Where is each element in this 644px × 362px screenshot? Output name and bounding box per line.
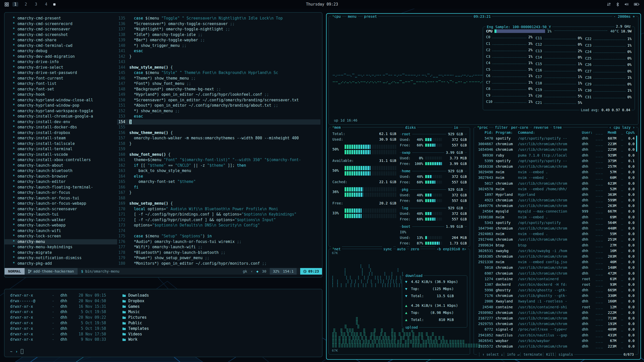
io-toggle[interactable]: io <box>453 125 459 130</box>
process-action-button[interactable]: ↑ select ↓ <box>478 352 503 357</box>
process-row[interactable]: 2935572chromium/usr/lib/chromium/chromdh… <box>474 344 638 349</box>
file-tree-item[interactable]: *omarchy-launch-wifi <box>5 228 117 234</box>
code-line[interactable]: 164 else <box>117 174 320 179</box>
process-row[interactable]: 1654946chromium/usr/lib/chromium/chromdh… <box>474 147 638 152</box>
code-line[interactable]: 142} <box>117 54 320 60</box>
code-line[interactable]: 135 case $(menu "Toggle" " Screensaver\n… <box>117 16 320 21</box>
file-tree-item[interactable]: *omarchy-install-xbox-controllers <box>5 157 117 163</box>
file-tree-item[interactable]: *omarchy-launch-walker <box>5 217 117 223</box>
process-row[interactable]: 3029490nvimnvim --embed .dhh⣀⣀⣀57M⣀0.0 <box>474 169 638 175</box>
update-interval-control[interactable]: - 2000ms + <box>612 14 636 19</box>
file-tree-item[interactable]: *omarchy-menu <box>5 239 117 245</box>
workspace-button[interactable]: 4 <box>44 2 49 7</box>
code-line[interactable]: 176 *Audio*) omarchy-launch-or-focus-tui… <box>117 239 320 245</box>
process-row[interactable]: 3026531swaybg/usr/bin/swaybg -i /homdhh⣀… <box>474 248 638 254</box>
file-tree-item[interactable]: *omarchy-install-steam <box>5 136 117 141</box>
code-line[interactable]: 137 *Nightlight*) omarchy-toggle-nightli… <box>117 27 320 32</box>
bluetooth-icon[interactable] <box>616 2 619 7</box>
file-tree-item[interactable]: *omarchy-drive-info <box>5 59 117 65</box>
file-tree-item[interactable]: *omarchy-install-dropbox <box>5 130 117 136</box>
code-line[interactable]: 165 omarchy-font-set "$theme" <box>117 179 320 185</box>
file-tree-item[interactable]: *omarchy-launch-editor <box>5 179 117 185</box>
file-tree-item[interactable]: *omarchy-cmd-screensaver <box>5 27 117 32</box>
code-line[interactable]: 143 <box>117 59 320 65</box>
process-row[interactable]: 5018chromium/usr/lib/chromium/chromdhh⣀⣀… <box>474 265 638 270</box>
code-line[interactable]: 160show_font_menu() { <box>117 152 320 158</box>
process-row[interactable]: 1307dockerd/usr/bin/dockerd -H fd:root⣀⣀… <box>474 282 638 287</box>
code-line[interactable]: 145 case $(menu "Style" " Theme\n Font\n… <box>117 70 320 76</box>
process-row[interactable]: 6907chromium/usr/lib/chromium/chromdhh⣀⣀… <box>474 271 638 276</box>
workspace-button[interactable]: 1 <box>12 2 18 7</box>
code-line[interactable]: 178 *Bluetooth*) omarchy-launch-bluetoot… <box>117 250 320 256</box>
file-tree-item[interactable]: *omarchy-migrate <box>5 250 117 256</box>
file-tree-item[interactable]: *omarchy-hyprland-window-close-all <box>5 98 117 103</box>
code-line[interactable]: 174 <box>117 228 320 234</box>
file-tree-item[interactable]: *omarchy-launch-about <box>5 163 117 168</box>
process-action-button[interactable]: Kill <box>542 352 554 357</box>
tab-mem[interactable]: ²mem <box>331 125 342 130</box>
process-row[interactable]: 5998ghostty/usr/bin/ghostty --gtk-dhh⣀⣀⣀… <box>474 287 638 293</box>
shell-prompt[interactable]: ~ › <box>10 349 23 354</box>
process-row[interactable]: 2930982chromium/usr/lib/chromium/chromdh… <box>474 310 638 315</box>
code-line[interactable]: 180 *Monitors*) open_in_editor ~/.config… <box>117 261 320 266</box>
code-line[interactable]: 138 *Idle*) omarchy-toggle-idle ;; <box>117 32 320 38</box>
file-tree-item[interactable]: *omarchy-font-list <box>5 81 117 87</box>
tab-net[interactable]: ³net <box>331 246 342 252</box>
code-line[interactable]: 157 omarchy-launch-walker -m menus:omarc… <box>117 136 320 141</box>
code-line[interactable]: 152 *) show_main_menu ;; <box>117 108 320 114</box>
code-line[interactable]: 149 *Hyprland*) open_in_editor ~/.config… <box>117 92 320 98</box>
file-tree-item[interactable]: *omarchy-font-set <box>5 87 117 92</box>
filter-button[interactable]: filter <box>494 125 509 130</box>
process-row[interactable]: 5470spotify/opt/spotify/spotify --dhh⣀⣀⣀… <box>474 136 638 141</box>
preset-button[interactable]: preset <box>363 14 378 19</box>
file-tree-item[interactable]: *omarchy-install-vscode <box>5 152 117 158</box>
process-action-button[interactable]: info ↵ <box>503 352 520 357</box>
process-row[interactable]: 1647940chromium/usr/lib/chromium/chromdh… <box>474 225 638 231</box>
process-row[interactable]: 3026541waybar/usr/bin/waybardhh⣀⣀⣀67M⣀0.… <box>474 338 638 344</box>
code-line[interactable]: 151 *About*) open_in_editor ~/.config/om… <box>117 103 320 108</box>
process-row[interactable]: 98930rubypuma 7.1.0 (tcp://localdhh⣀⣀⣀92… <box>474 153 638 158</box>
process-row[interactable]: 6772signal-d/proc/self/exe --type=rdhh⣀⣀… <box>474 327 638 332</box>
code-line[interactable]: 171 [ -f ~/.config/hypr/bindings.conf ] … <box>117 212 320 217</box>
code-line[interactable]: 136 *Screensaver*) omarchy-toggle-screen… <box>117 21 320 27</box>
file-tree-item[interactable]: *omarchy-pkg-add <box>5 261 117 266</box>
file-tree-item[interactable]: *omarchy-cmd-screenshot <box>5 32 117 38</box>
file-tree-item[interactable]: *omarchy-cmd-present <box>5 16 117 21</box>
process-row[interactable]: 5343spotify/opt/spotify/spotifydhh⣀⣀⣀564… <box>474 220 638 225</box>
file-tree-item[interactable]: *omarchy-install-chromium-google-a <box>5 114 117 119</box>
process-row[interactable]: 2917448chromium/usr/lib/chromium/chromdh… <box>474 237 638 242</box>
code-line[interactable]: 163 back_to show_style_menu <box>117 168 320 174</box>
workspace-button[interactable]: 3 <box>33 2 39 7</box>
disks-toggle[interactable]: disks <box>404 125 417 130</box>
process-row[interactable]: 7176chromium/usr/lib/ghostty --gtk-dhh⣀⣀… <box>474 293 638 298</box>
code-line[interactable]: 169show_setup_menu() { <box>117 201 320 206</box>
file-tree-item[interactable]: *omarchy-cmd-screenrecord <box>5 21 117 27</box>
file-tree-item[interactable]: *omarchy-hyprland-workspace-toggle <box>5 108 117 114</box>
process-row[interactable]: 2929755chromium/usr/lib/chromium/chromdh… <box>474 321 638 327</box>
code-line[interactable]: 168 <box>117 196 320 201</box>
file-tree-item[interactable]: *omarchy-notification-dismiss <box>5 255 117 261</box>
file-tree-item[interactable]: *omarchy-hook <box>5 92 117 98</box>
code-line[interactable]: 148 *Background*) omarchy-theme-bg-next … <box>117 87 320 92</box>
network-traffic-icon[interactable] <box>607 2 611 6</box>
process-row[interactable]: 2924063nvimnvim --embed .dhh⣀⣀⣀55M⣀0.0 <box>474 231 638 237</box>
code-line[interactable]: 146 *Theme*) show_theme_menu ;; <box>117 76 320 81</box>
process-row[interactable]: 3016338chromium/usr/lib/chromium/chromdh… <box>474 164 638 169</box>
workspace-button[interactable]: 2 <box>23 2 28 7</box>
process-table-header[interactable]: Pid: Program: Command: User: ⣀⣀⣀ MemB ⣀ … <box>476 129 635 136</box>
battery-icon[interactable] <box>634 3 639 6</box>
process-row[interactable]: 1649776chromium/usr/lib/chromium/chromdh… <box>474 203 638 208</box>
per-core-button[interactable]: per-core <box>510 125 529 130</box>
file-tree-item[interactable]: *omarchy-cmd-share <box>5 37 117 43</box>
file-tree-item[interactable]: *omarchy-launch-browser <box>5 174 117 179</box>
process-row[interactable]: 5399spotify/opt/spotify/spotify --dhh⣀⣀⣀… <box>474 158 638 164</box>
code-line[interactable]: 153 esac <box>117 114 320 119</box>
process-action-button[interactable]: terminate <box>520 352 542 357</box>
file-tree-item[interactable]: *omarchy-launch-screensaver <box>5 206 117 212</box>
process-row[interactable]: 2006XwaylandXwayland :1 -rootless -dhh⣀⣀… <box>474 298 638 304</box>
code-line[interactable]: 159 <box>117 146 320 152</box>
process-row[interactable]: 3004667chromium/usr/lib/chromium/chromdh… <box>474 141 638 147</box>
code-line[interactable]: 175 case $(menu "Setup" "$options") in <box>117 234 320 239</box>
code-line[interactable]: 156show_theme_menu() { <box>117 130 320 136</box>
file-tree-item[interactable]: *omarchy-launch-or-focus <box>5 190 117 196</box>
